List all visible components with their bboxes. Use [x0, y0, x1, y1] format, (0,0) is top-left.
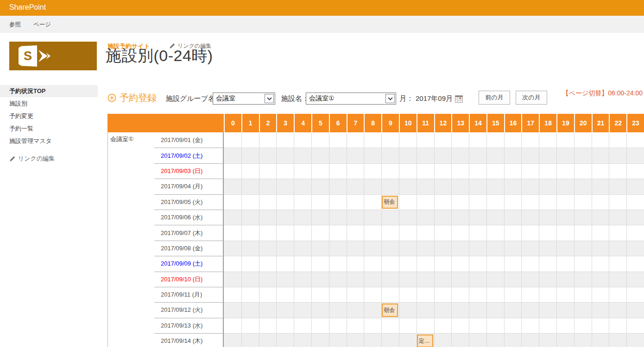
time-slot [241, 241, 259, 256]
calendar-icon[interactable] [455, 95, 463, 103]
time-slot [486, 132, 504, 148]
tab-browse[interactable]: 参照 [9, 21, 21, 29]
time-slot [451, 132, 469, 148]
time-slot [294, 318, 311, 333]
sidebar-item[interactable]: 施設別 [0, 97, 98, 110]
time-slot [592, 163, 609, 179]
time-slot [539, 179, 556, 194]
time-slot [469, 318, 486, 333]
schedule-row: 2017/09/02 (土) [107, 148, 644, 163]
schedule-row: 2017/09/14 (木)定… [107, 333, 644, 347]
time-slot [451, 333, 469, 347]
time-slot [486, 210, 504, 225]
time-slot [329, 210, 347, 225]
time-slot [417, 179, 434, 194]
time-slot [259, 272, 277, 287]
time-slot [259, 148, 277, 163]
time-slot [434, 272, 452, 287]
time-slot [399, 132, 417, 148]
time-slot [556, 272, 574, 287]
date-cell: 2017/09/03 (日) [154, 163, 224, 179]
time-slot [259, 179, 277, 194]
facility-group-select[interactable]: 会議室 [213, 93, 275, 105]
time-slot [224, 318, 241, 333]
time-slot [329, 318, 347, 333]
time-slot [609, 272, 626, 287]
time-slot [609, 256, 626, 271]
facility-name-cell [107, 194, 154, 210]
time-slot [451, 318, 469, 333]
pencil-icon [9, 156, 15, 162]
hour-header-cell: 1 [241, 114, 259, 132]
time-slot [364, 210, 381, 225]
time-slot [224, 241, 241, 256]
facility-name-select[interactable]: 会議室① [306, 93, 396, 105]
reservation-event[interactable]: 朝会 [382, 304, 398, 316]
page-switch-link[interactable]: 【ページ切替】06:00-24:00 [562, 89, 643, 98]
site-logo[interactable]: S [9, 42, 97, 70]
time-slot [329, 225, 347, 240]
time-slot [592, 148, 609, 163]
time-slot [469, 194, 486, 210]
time-slot [329, 163, 347, 179]
sharepoint-chevron-icon [38, 49, 52, 63]
time-slot [276, 318, 294, 333]
time-slot [224, 272, 241, 287]
time-slot [329, 241, 347, 256]
time-slot [294, 287, 311, 302]
time-slot [224, 225, 241, 240]
time-slot [224, 163, 241, 179]
time-slot [556, 318, 574, 333]
sidebar-item[interactable]: 予約変更 [0, 110, 98, 122]
register-reservation-button[interactable]: 予約登録 [107, 92, 157, 104]
reservation-event[interactable]: 朝会 [382, 196, 398, 209]
tab-page[interactable]: ページ [33, 21, 51, 29]
facility-name-cell [107, 210, 154, 225]
time-slot [364, 163, 381, 179]
hour-header-cell: 2 [259, 114, 277, 132]
time-slot [592, 194, 609, 210]
time-slot [259, 241, 277, 256]
time-slot [311, 241, 329, 256]
date-cell: 2017/09/10 (日) [154, 272, 224, 287]
time-slot [469, 148, 486, 163]
sidebar-item[interactable]: 予約一覧 [0, 122, 98, 135]
time-slot [626, 132, 644, 148]
time-slot [504, 287, 522, 302]
time-slot [276, 287, 294, 302]
time-slot [381, 179, 399, 194]
time-slot [469, 256, 486, 271]
ribbon: 参照 ページ [0, 16, 644, 33]
time-slot [556, 163, 574, 179]
page: SharePoint 参照 ページ S 施設予約サイト リンクの編集 施設別(0… [0, 0, 644, 347]
sidebar-item[interactable]: 予約状況TOP [0, 85, 98, 97]
hour-header-cell: 13 [451, 114, 469, 132]
time-slot [399, 163, 417, 179]
time-slot [294, 148, 311, 163]
time-slot [364, 132, 381, 148]
time-slot [224, 333, 241, 347]
schedule-row: 2017/09/07 (木) [107, 225, 644, 240]
time-slot [504, 333, 522, 347]
hour-header-cell: 19 [556, 114, 574, 132]
sidebar-edit-links-link[interactable]: リンクの編集 [9, 155, 55, 163]
time-slot [434, 256, 452, 271]
sidebar-item[interactable]: 施設管理マスタ [0, 135, 98, 147]
time-slot [224, 194, 241, 210]
time-slot: 定… [417, 333, 434, 347]
time-slot [329, 287, 347, 302]
prev-month-button[interactable]: 前の月 [479, 91, 510, 105]
time-slot [609, 163, 626, 179]
time-slot [417, 256, 434, 271]
time-slot [381, 318, 399, 333]
next-month-button[interactable]: 次の月 [516, 91, 547, 105]
time-slot [574, 287, 592, 302]
time-slot [521, 287, 539, 302]
time-slot [434, 287, 452, 302]
reservation-event[interactable]: 定… [417, 335, 433, 347]
time-slot [486, 225, 504, 240]
plus-circle-icon [107, 93, 116, 102]
time-slot [469, 287, 486, 302]
time-slot [539, 287, 556, 302]
time-slot [311, 287, 329, 302]
